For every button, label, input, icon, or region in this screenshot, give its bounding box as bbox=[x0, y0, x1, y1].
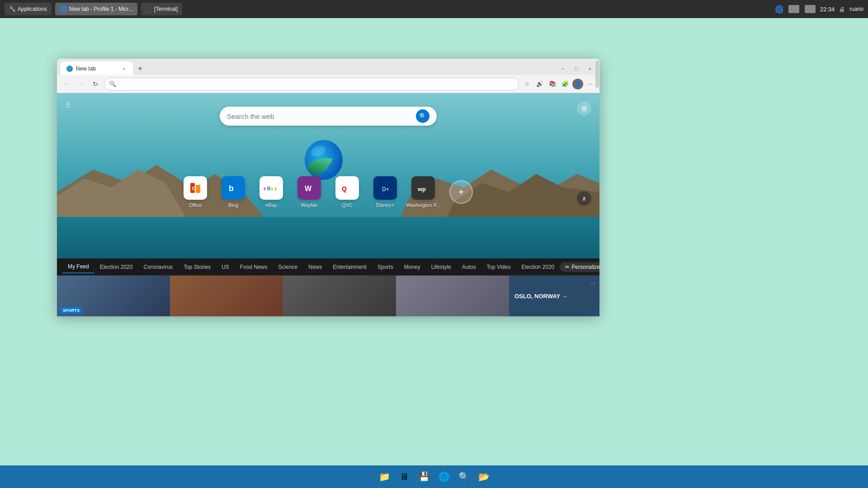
news-cat-foodnews[interactable]: Food News bbox=[235, 261, 273, 273]
quick-link-wayfair[interactable]: W Wayfair bbox=[294, 176, 325, 208]
collections-icon[interactable]: 📚 bbox=[547, 79, 558, 89]
chevron-up-icon: ∧ bbox=[582, 195, 586, 202]
tab-close-button[interactable]: × bbox=[120, 65, 127, 72]
news-card-4[interactable] bbox=[396, 276, 509, 316]
edge-tab-label: New tab - Profile 1 - Micr... bbox=[69, 6, 133, 12]
office-icon: O bbox=[184, 176, 207, 200]
os-taskbar: 🔧 Applications 🌀 New tab - Profile 1 - M… bbox=[0, 0, 868, 18]
svg-text:y: y bbox=[274, 186, 277, 191]
svg-text:b: b bbox=[229, 184, 234, 193]
maximize-button[interactable]: □ bbox=[571, 64, 582, 73]
taskbar-folder-icon[interactable]: 📂 bbox=[475, 468, 493, 485]
grid-dots-button[interactable]: ⠿ bbox=[65, 101, 71, 110]
oslo-label: OSLO, NORWAY → bbox=[514, 293, 568, 300]
news-categories: My Feed Election 2020 Coronavirus Top St… bbox=[57, 258, 599, 276]
office-label: Office bbox=[189, 202, 202, 208]
refresh-button[interactable]: ↻ bbox=[90, 78, 101, 90]
svg-text:e: e bbox=[264, 186, 266, 191]
qvc-label: QVC bbox=[342, 202, 353, 208]
personalize-button[interactable]: ✏ Personalize 🔔1 bbox=[560, 262, 599, 272]
address-bar: ← → ↻ 🔍 ☆ 🔊 📚 🧩 👤 ··· bbox=[57, 75, 599, 93]
news-card-3[interactable] bbox=[283, 276, 396, 316]
search-url-icon: 🔍 bbox=[109, 80, 116, 87]
url-input[interactable] bbox=[119, 80, 514, 87]
news-card-oslo[interactable]: OSLO, NORWAY → ··· bbox=[509, 276, 599, 316]
wayfair-label: Wayfair bbox=[301, 202, 318, 208]
active-tab[interactable]: New tab × bbox=[61, 61, 133, 75]
oslo-more-button[interactable]: ··· bbox=[590, 279, 596, 286]
svg-text:W: W bbox=[305, 185, 312, 192]
taskbar-app-applications[interactable]: 🔧 Applications bbox=[5, 3, 52, 15]
quick-link-add[interactable]: + bbox=[446, 180, 476, 204]
news-cat-myfeed[interactable]: My Feed bbox=[62, 261, 94, 273]
taskbar-files-icon[interactable]: 📁 bbox=[375, 468, 393, 485]
new-tab-button[interactable]: + bbox=[134, 62, 146, 75]
taskbar-network-icon[interactable]: 🌐 bbox=[435, 468, 453, 485]
quick-link-disney[interactable]: D+ Disney+ bbox=[370, 176, 401, 208]
folder-icon: 📁 bbox=[379, 471, 390, 482]
quick-link-office[interactable]: O Office bbox=[180, 176, 211, 208]
news-cat-topstories[interactable]: Top Stories bbox=[178, 261, 216, 273]
news-cat-election2[interactable]: Election 2020 bbox=[516, 261, 560, 273]
edge-taskbar-icon: 🌀 bbox=[60, 5, 67, 13]
taskbar-monitor-icon[interactable]: 🖥 bbox=[395, 468, 413, 485]
news-cat-sports[interactable]: Sports bbox=[372, 261, 399, 273]
search-input[interactable] bbox=[227, 113, 412, 120]
news-cat-coronavirus[interactable]: Coronavirus bbox=[138, 261, 178, 273]
news-cat-autos[interactable]: Autos bbox=[457, 261, 481, 273]
news-cat-us[interactable]: US bbox=[216, 261, 235, 273]
clock: 22:34 bbox=[820, 6, 835, 13]
minimize-button[interactable]: − bbox=[557, 64, 569, 73]
news-cat-election[interactable]: Election 2020 bbox=[94, 261, 138, 273]
url-bar[interactable]: 🔍 bbox=[104, 78, 519, 90]
favorites-icon[interactable]: ☆ bbox=[522, 79, 533, 89]
open-folder-icon: 📂 bbox=[478, 471, 490, 482]
read-aloud-icon[interactable]: 🔊 bbox=[534, 79, 545, 89]
search-box[interactable]: 🔍 bbox=[220, 107, 437, 126]
quick-link-bing[interactable]: b Bing bbox=[218, 176, 249, 208]
profile-icon[interactable]: 👤 bbox=[572, 79, 583, 89]
taskbar-app-terminal[interactable]: ⬛ [Terminal] bbox=[141, 3, 182, 15]
bing-label: Bing bbox=[228, 202, 238, 208]
personalize-label: Personalize bbox=[571, 264, 599, 270]
disney-label: Disney+ bbox=[376, 202, 394, 208]
taskbar-search-icon[interactable]: 🔍 bbox=[455, 468, 473, 485]
page-settings-button[interactable]: ⚙ bbox=[577, 101, 591, 116]
settings-gear-icon: ⚙ bbox=[581, 104, 587, 113]
news-cat-topvideo[interactable]: Top Video bbox=[481, 261, 516, 273]
forward-button[interactable]: → bbox=[75, 78, 87, 90]
monitor-icon: 🖥 bbox=[400, 472, 409, 482]
hp-icon: 🖨 bbox=[839, 6, 845, 13]
quick-link-wapo[interactable]: wp Washington P... bbox=[408, 176, 439, 208]
taskbar-disk-icon[interactable]: 💾 bbox=[415, 468, 433, 485]
close-button[interactable]: × bbox=[584, 64, 596, 73]
disney-icon: D+ bbox=[373, 176, 397, 200]
news-card-2[interactable] bbox=[170, 276, 283, 316]
plus-icon: + bbox=[458, 186, 464, 198]
terminal-label: [Terminal] bbox=[154, 6, 178, 12]
add-link-button[interactable]: + bbox=[449, 180, 473, 204]
scroll-up-button[interactable]: ∧ bbox=[577, 191, 591, 206]
news-cat-lifestyle[interactable]: Lifestyle bbox=[426, 261, 457, 273]
quick-link-qvc[interactable]: Q QVC bbox=[332, 176, 363, 208]
news-card-1[interactable]: SPORTS bbox=[57, 276, 170, 316]
disk-icon: 💾 bbox=[419, 471, 430, 482]
news-cat-entertainment[interactable]: Entertainment bbox=[327, 261, 372, 273]
extensions-icon[interactable]: 🧩 bbox=[560, 79, 571, 89]
search-area: 🔍 bbox=[220, 107, 437, 126]
news-cat-money[interactable]: Money bbox=[399, 261, 426, 273]
quick-link-ebay[interactable]: e B a y eBay bbox=[256, 176, 287, 208]
edge-tray-icon: 🌀 bbox=[775, 5, 784, 14]
news-cat-news[interactable]: News bbox=[303, 261, 327, 273]
applications-icon: 🔧 bbox=[9, 6, 16, 12]
news-feed: SPORTS OSLO, bbox=[57, 276, 599, 316]
tab-favicon bbox=[66, 65, 73, 72]
taskbar-app-edge[interactable]: 🌀 New tab - Profile 1 - Micr... bbox=[55, 3, 137, 15]
news-cat-science[interactable]: Science bbox=[273, 261, 303, 273]
back-button[interactable]: ← bbox=[61, 78, 72, 90]
os-bottom-taskbar: 📁 🖥 💾 🌐 🔍 📂 bbox=[0, 465, 868, 488]
svg-text:wp: wp bbox=[417, 186, 426, 192]
settings-menu-icon[interactable]: ··· bbox=[585, 79, 596, 89]
search-button[interactable]: 🔍 bbox=[416, 109, 429, 123]
bing-icon: b bbox=[222, 176, 245, 200]
